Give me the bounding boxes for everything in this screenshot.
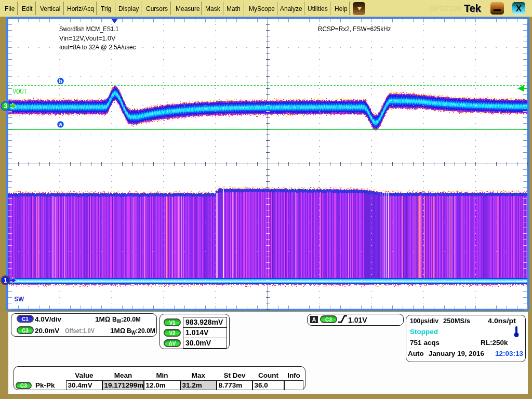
svg-text:BW:20.0M: BW:20.0M [127,327,155,336]
svg-text:751 acqs: 751 acqs [410,339,440,347]
svg-text:Max: Max [192,371,206,379]
svg-text:Mask: Mask [205,5,221,12]
svg-text:January 19, 2016: January 19, 2016 [429,350,484,357]
svg-text:C3: C3 [325,317,332,323]
svg-text:12:03:13: 12:03:13 [495,350,524,357]
svg-text:A: A [312,316,316,323]
svg-text:Min: Min [156,371,168,379]
svg-text:File: File [5,5,15,12]
svg-text:X: X [516,4,522,14]
svg-text:1.014V: 1.014V [185,328,209,337]
svg-text:BW:20.0M: BW:20.0M [112,315,141,324]
svg-text:983.928mV: 983.928mV [185,318,223,326]
svg-text:Count: Count [258,371,278,379]
svg-text:Offset:1.0V: Offset:1.0V [65,327,95,335]
svg-text:19.171299m: 19.171299m [104,381,144,389]
svg-text:31.2m: 31.2m [182,381,202,389]
svg-text:Math: Math [227,5,241,12]
svg-text:C1: C1 [22,316,29,322]
svg-text:36.0: 36.0 [255,381,268,389]
svg-text:20.0mV: 20.0mV [35,327,59,335]
svg-text:250MS/s: 250MS/s [443,317,470,325]
svg-text:St Dev: St Dev [223,371,246,379]
svg-text:Pk-Pk: Pk-Pk [35,381,55,389]
svg-text:DPO7104: DPO7104 [429,4,461,12]
svg-text:V1: V1 [169,320,176,326]
svg-text:Cursors: Cursors [146,5,168,12]
svg-text:1MΩ: 1MΩ [110,327,125,335]
svg-text:4.0V/div: 4.0V/div [35,315,62,323]
svg-text:8.773m: 8.773m [219,381,243,389]
svg-text:Measure: Measure [176,5,200,12]
svg-text:Tek: Tek [464,3,482,14]
svg-text:12.0m: 12.0m [146,381,166,389]
svg-text:1MΩ: 1MΩ [95,315,110,323]
svg-text:Analyze: Analyze [280,5,302,12]
svg-text:30.4mV: 30.4mV [68,381,92,389]
svg-text:Utilities: Utilities [308,5,328,12]
svg-text:Help: Help [335,5,348,12]
svg-text:Edit: Edit [22,5,33,12]
svg-text:Auto: Auto [408,350,424,357]
svg-text:4.0ns/pt: 4.0ns/pt [488,317,516,325]
svg-text:Display: Display [118,5,139,12]
svg-text:Trig: Trig [101,5,111,12]
svg-text:30.0mV: 30.0mV [185,339,211,347]
svg-text:ΔV: ΔV [169,341,176,347]
svg-text:Info: Info [287,371,300,379]
svg-text:MyScope: MyScope [249,5,275,12]
svg-text:C3: C3 [20,383,27,389]
svg-text:Horiz/Acq: Horiz/Acq [67,5,94,12]
svg-text:RL:250k: RL:250k [481,339,508,347]
svg-text:100µs/div: 100µs/div [410,317,438,325]
svg-text:Value: Value [75,371,94,379]
svg-text:1.01V: 1.01V [348,316,367,324]
svg-text:V2: V2 [169,330,176,336]
svg-text:Mean: Mean [114,371,132,379]
svg-text:C3: C3 [22,328,29,334]
svg-text:Stopped: Stopped [410,328,438,336]
svg-text:Vertical: Vertical [40,5,60,12]
